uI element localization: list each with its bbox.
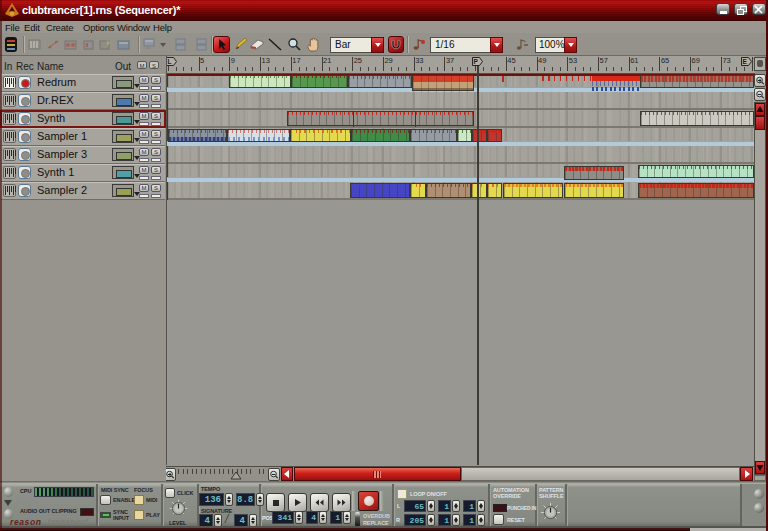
svg-text:E: E	[743, 58, 748, 65]
svg-text:P: P	[474, 58, 479, 65]
svg-text:L: L	[168, 58, 172, 65]
